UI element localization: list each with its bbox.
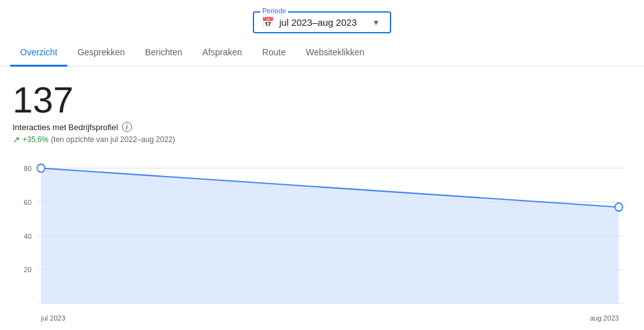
chevron-down-icon: ▼ bbox=[372, 18, 380, 27]
top-bar: Periode 📅 jul 2023–aug 2023 ▼ bbox=[0, 0, 644, 41]
chart-fill-area bbox=[41, 168, 619, 304]
periode-selector[interactable]: Periode 📅 jul 2023–aug 2023 ▼ bbox=[253, 11, 391, 33]
change-period: (ten opzichte van jul 2022–aug 2022) bbox=[51, 135, 175, 144]
metric-change: ↗ +35,6% (ten opzichte van jul 2022–aug … bbox=[13, 135, 631, 145]
svg-text:60: 60 bbox=[24, 198, 31, 206]
tab-route[interactable]: Route bbox=[252, 41, 296, 67]
tab-overzicht[interactable]: Overzicht bbox=[10, 41, 67, 67]
tab-websiteklikken[interactable]: Websiteklikken bbox=[296, 41, 374, 67]
trend-up-icon: ↗ bbox=[13, 135, 20, 145]
svg-text:jul 2023: jul 2023 bbox=[40, 314, 65, 322]
calendar-icon: 📅 bbox=[262, 16, 274, 28]
chart-dot-end bbox=[615, 203, 623, 211]
metric-label: Interacties met Bedrijfsprofiel bbox=[13, 123, 118, 132]
svg-text:40: 40 bbox=[24, 232, 31, 239]
change-percent: +35,6% bbox=[23, 135, 48, 144]
metric-number: 137 bbox=[13, 82, 631, 118]
chart-area: 80 60 40 20 jul 2023 aug 2023 bbox=[13, 155, 631, 330]
svg-text:80: 80 bbox=[24, 165, 31, 172]
chart-dot-start bbox=[37, 164, 45, 172]
periode-label: Periode bbox=[260, 7, 288, 14]
info-icon[interactable]: i bbox=[122, 122, 132, 132]
chart-svg: 80 60 40 20 jul 2023 aug 2023 bbox=[13, 155, 631, 330]
nav-tabs: Overzicht Gesprekken Berichten Afspraken… bbox=[0, 41, 644, 67]
svg-text:aug 2023: aug 2023 bbox=[590, 314, 619, 322]
periode-value: jul 2023–aug 2023 bbox=[279, 17, 367, 28]
main-content: 137 Interacties met Bedrijfsprofiel i ↗ … bbox=[0, 67, 644, 330]
metric-label-row: Interacties met Bedrijfsprofiel i bbox=[13, 122, 631, 132]
svg-text:20: 20 bbox=[24, 266, 31, 273]
tab-gesprekken[interactable]: Gesprekken bbox=[67, 41, 135, 67]
tab-berichten[interactable]: Berichten bbox=[135, 41, 192, 67]
tab-afspraken[interactable]: Afspraken bbox=[192, 41, 252, 67]
